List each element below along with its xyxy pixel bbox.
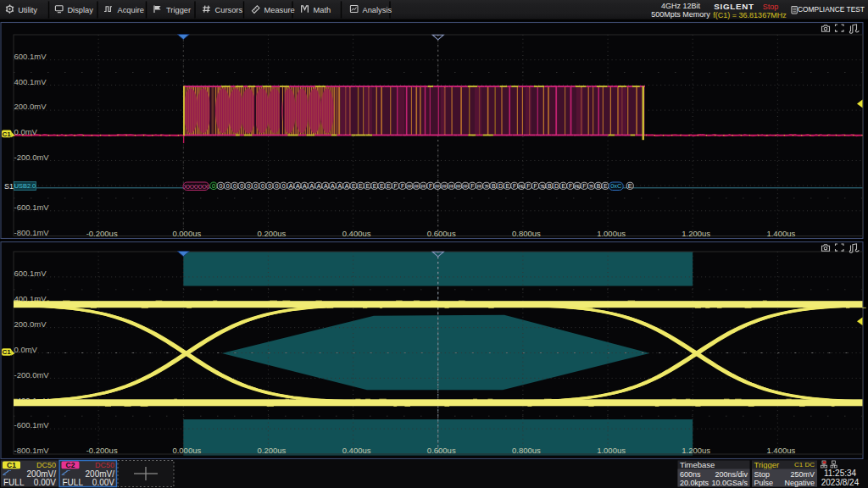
svg-text:D: D [554, 183, 559, 189]
svg-text:Math: Math [314, 6, 331, 14]
svg-text:1.400us: 1.400us [766, 229, 795, 238]
svg-text:0: 0 [247, 183, 250, 189]
svg-text:COMPLIANCE TEST: COMPLIANCE TEST [798, 5, 865, 14]
svg-text:XXXXXX: XXXXXX [183, 183, 209, 191]
svg-text:C1: C1 [3, 348, 12, 356]
svg-text:0: 0 [240, 183, 243, 189]
svg-text:11:25:34: 11:25:34 [824, 469, 857, 478]
svg-text:Display: Display [67, 6, 93, 14]
svg-text:F: F [401, 183, 404, 189]
svg-text:D: D [498, 183, 503, 189]
svg-text:600.1mV: 600.1mV [14, 269, 47, 278]
svg-text:Timebase: Timebase [680, 460, 715, 469]
svg-text:4GHz 12Bit: 4GHz 12Bit [661, 2, 701, 10]
svg-text:7E: 7E [540, 184, 545, 189]
svg-text:0: 0 [219, 183, 222, 189]
svg-text:Utility: Utility [18, 6, 37, 14]
svg-text:0: 0 [268, 183, 271, 189]
svg-text:0.200us: 0.200us [258, 446, 287, 455]
svg-text:F: F [582, 183, 586, 189]
svg-text:0.400us: 0.400us [342, 446, 371, 455]
svg-text:F: F [513, 183, 516, 189]
svg-text:20.0kpts: 20.0kpts [680, 479, 709, 487]
svg-text:F: F [569, 183, 572, 189]
svg-text:0: 0 [275, 183, 278, 189]
svg-text:Stop: Stop [754, 470, 771, 479]
svg-text:1.400us: 1.400us [766, 446, 795, 455]
svg-text:400.1mV: 400.1mV [14, 77, 47, 86]
svg-text:0: 0 [212, 182, 215, 190]
svg-text:F: F [394, 183, 398, 189]
svg-text:f(C1) = 36.81367MHz: f(C1) = 36.81367MHz [713, 11, 787, 19]
svg-text:-600.1mV: -600.1mV [14, 202, 50, 212]
svg-text:0.0mV: 0.0mV [14, 127, 38, 136]
svg-text:0: 0 [282, 183, 286, 189]
svg-text:Stop: Stop [763, 3, 779, 11]
svg-text:F: F [526, 183, 530, 189]
svg-text:F: F [470, 183, 474, 189]
svg-text:C2: C2 [66, 461, 75, 469]
svg-text:Acquire: Acquire [118, 6, 145, 14]
svg-text:0.800us: 0.800us [512, 446, 541, 455]
svg-text:C1: C1 [7, 461, 16, 469]
svg-text:Measure: Measure [264, 6, 295, 14]
svg-text:0.00V: 0.00V [34, 478, 56, 487]
svg-text:0.400us: 0.400us [342, 229, 371, 238]
svg-text:S1: S1 [4, 182, 14, 191]
svg-text:Trigger: Trigger [754, 460, 780, 469]
svg-text:E: E [628, 182, 632, 190]
svg-text:SIGLENT: SIGLENT [714, 2, 754, 11]
svg-text:-200.0mV: -200.0mV [14, 370, 50, 380]
svg-text:0: 0 [261, 183, 264, 189]
svg-text:0.0mV: 0.0mV [14, 345, 38, 354]
svg-text:FE: FE [575, 184, 581, 189]
svg-text:C1 DC: C1 DC [794, 461, 815, 469]
svg-text:Trigger: Trigger [166, 6, 191, 14]
svg-text:USB2.0: USB2.0 [14, 182, 36, 190]
svg-text:Pulse: Pulse [754, 479, 774, 487]
svg-text:200.0mV: 200.0mV [14, 319, 47, 329]
svg-text:2023/8/24: 2023/8/24 [821, 478, 860, 487]
svg-text:Negative: Negative [784, 479, 815, 487]
svg-text:F: F [429, 183, 432, 189]
svg-text:250mV: 250mV [790, 470, 815, 479]
svg-text:0xC: 0xC [610, 182, 622, 190]
svg-text:0: 0 [254, 183, 258, 189]
svg-text:0.00V: 0.00V [92, 478, 114, 487]
svg-text:1.200us: 1.200us [682, 446, 710, 455]
svg-text:0.000us: 0.000us [172, 229, 201, 238]
svg-text:0: 0 [233, 183, 236, 189]
svg-text:200.0mV: 200.0mV [14, 102, 47, 111]
svg-text:1.000us: 1.000us [597, 229, 626, 238]
svg-text:Analysis: Analysis [363, 6, 392, 14]
svg-text:0: 0 [226, 183, 230, 189]
svg-text:DC50: DC50 [36, 461, 56, 469]
svg-text:-800.1mV: -800.1mV [14, 446, 50, 455]
svg-text:600ns: 600ns [680, 470, 701, 479]
svg-text:10.0GSa/s: 10.0GSa/s [711, 479, 748, 487]
svg-text:1.200us: 1.200us [682, 229, 710, 238]
svg-text:F: F [534, 183, 537, 189]
svg-text:0.000us: 0.000us [172, 446, 201, 455]
svg-text:-800.1mV: -800.1mV [14, 228, 50, 237]
svg-text:FULL: FULL [3, 478, 25, 487]
svg-text:-200.0mV: -200.0mV [14, 152, 50, 162]
svg-text:500Mpts Memory: 500Mpts Memory [651, 10, 710, 19]
svg-text:0.800us: 0.800us [512, 229, 541, 238]
svg-text:C1: C1 [3, 130, 12, 138]
svg-text:-600.1mV: -600.1mV [14, 420, 50, 430]
svg-text:200ns/div: 200ns/div [715, 470, 748, 479]
svg-text:0.200us: 0.200us [258, 229, 287, 238]
svg-text:1.000us: 1.000us [597, 446, 626, 455]
svg-text:-0.200us: -0.200us [86, 446, 118, 455]
svg-text:600.1mV: 600.1mV [14, 52, 47, 61]
svg-text:0.600us: 0.600us [427, 446, 456, 455]
svg-text:FULL: FULL [63, 478, 84, 487]
svg-text:0.600us: 0.600us [427, 229, 456, 238]
svg-text:FE: FE [519, 184, 525, 189]
svg-text:-0.200us: -0.200us [86, 229, 118, 238]
svg-text:Cursors: Cursors [215, 6, 243, 14]
svg-text:DC50: DC50 [95, 461, 114, 469]
